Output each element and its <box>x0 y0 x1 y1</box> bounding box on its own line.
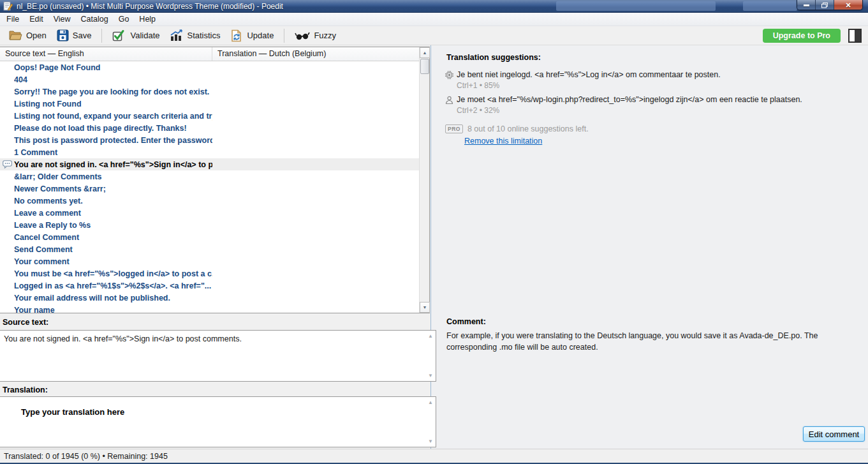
list-item[interactable]: You must be <a href="%s">logged in</a> t… <box>0 267 419 280</box>
column-header-translation[interactable]: Translation — Dutch (Belgium) <box>212 47 419 61</box>
upgrade-to-pro-button[interactable]: Upgrade to Pro <box>763 29 841 43</box>
restore-button[interactable] <box>816 0 834 10</box>
update-refresh-icon <box>230 29 243 42</box>
scroll-up-icon[interactable]: ▲ <box>420 47 430 58</box>
fuzzy-button[interactable]: Fuzzy <box>290 29 341 43</box>
toolbar-separator <box>284 29 284 43</box>
source-text-cell: Your comment <box>14 257 212 266</box>
sidebar-toggle-icon[interactable] <box>848 29 862 43</box>
list-item[interactable]: Logged in as <a href="%1$s">%2$s</a>. <a… <box>0 280 419 292</box>
machine-translation-icon <box>445 71 453 81</box>
poedit-app-icon <box>3 1 13 11</box>
save-floppy-icon <box>57 29 69 41</box>
statistics-button[interactable]: Statistics <box>165 27 225 43</box>
comment-bubble-icon <box>0 160 14 168</box>
sidebar-panel: Translation suggestions: Je bent niet in… <box>431 45 868 449</box>
statistics-chart-icon <box>170 29 183 41</box>
list-item[interactable]: Your name <box>0 304 419 313</box>
list-item[interactable]: Leave a comment <box>0 207 419 219</box>
source-text-value: You are not signed in. <a href="%s">Sign… <box>0 331 436 343</box>
list-item[interactable]: &larr; Older Comments <box>0 170 419 183</box>
remove-limitation-link[interactable]: Remove this limitation <box>464 137 542 146</box>
open-folder-icon <box>9 29 22 41</box>
translation-placeholder: Type your translation here <box>0 397 436 417</box>
list-item[interactable]: Oops! Page Not Found <box>0 61 419 73</box>
suggestion-text: Je moet <a href="%s/wp-login.php?redirec… <box>457 95 860 104</box>
suggestions-title: Translation suggestions: <box>446 53 541 62</box>
translation-input[interactable]: Type your translation here ▲ ▼ <box>0 396 436 447</box>
scrollbar-thumb[interactable] <box>420 59 429 74</box>
translation-label: Translation: <box>3 385 48 394</box>
save-button[interactable]: Save <box>52 27 97 43</box>
edit-comment-button[interactable]: Edit comment <box>803 426 865 442</box>
menu-edit[interactable]: Edit <box>24 13 48 25</box>
source-text-cell: You are not signed in. <a href="%s">Sign… <box>14 160 212 169</box>
window-title: nl_BE.po (unsaved) • Mist Multi Purpose … <box>17 2 283 11</box>
list-item[interactable]: Send Comment <box>0 243 419 255</box>
background-window-artifact <box>556 1 716 11</box>
source-text-cell: This post is password protected. Enter t… <box>14 136 212 145</box>
pro-limit-row: PRO 8 out of 10 online suggestions left. <box>445 124 589 133</box>
validate-check-icon <box>112 29 126 42</box>
menu-view[interactable]: View <box>48 13 76 25</box>
menu-file[interactable]: File <box>1 13 24 25</box>
source-text-box[interactable]: You are not signed in. <a href="%s">Sign… <box>0 330 436 382</box>
scroll-up-icon[interactable]: ▲ <box>428 333 433 339</box>
open-button[interactable]: Open <box>4 27 52 43</box>
validate-button[interactable]: Validate <box>107 27 165 44</box>
menu-catalog[interactable]: Catalog <box>76 13 114 25</box>
list-item[interactable]: Cancel Comment <box>0 231 419 243</box>
title-bar: nl_BE.po (unsaved) • Mist Multi Purpose … <box>0 0 868 13</box>
list-item[interactable]: No comments yet. <box>0 195 419 207</box>
source-text-cell: You must be <a href="%s">logged in</a> t… <box>14 269 212 278</box>
restore-icon <box>821 3 828 8</box>
tool-bar: Open Save Validate Statistics <box>0 26 868 45</box>
suggestion-item[interactable]: Je moet <a href="%s/wp-login.php?redirec… <box>445 95 860 115</box>
list-item[interactable]: Sorry!! The page you are looking for doe… <box>0 86 419 98</box>
window-controls: ✕ <box>797 0 863 10</box>
source-text-cell: Leave a comment <box>14 209 212 218</box>
list-item[interactable]: You are not signed in. <a href="%s">Sign… <box>0 158 419 170</box>
list-item[interactable]: Leave a Reply to %s <box>0 219 419 231</box>
status-bar: Translated: 0 of 1945 (0 %) • Remaining:… <box>0 449 868 463</box>
list-item[interactable]: Please do not load this page directly. T… <box>0 122 419 134</box>
fuzzy-glasses-icon <box>295 31 310 41</box>
menu-help[interactable]: Help <box>134 13 161 25</box>
source-text-cell: Leave a Reply to %s <box>14 221 212 230</box>
suggestion-text: Je bent niet ingelogd. <a href="%s">Log … <box>457 70 860 79</box>
list-item[interactable]: Listing not found, expand your search cr… <box>0 110 419 122</box>
source-text-cell: Newer Comments &rarr; <box>14 184 212 193</box>
list-item[interactable]: This post is password protected. Enter t… <box>0 134 419 146</box>
status-text: Translated: 0 of 1945 (0 %) • Remaining:… <box>4 452 168 461</box>
scroll-up-icon[interactable]: ▲ <box>428 400 433 405</box>
list-header: Source text — English Translation — Dutc… <box>0 47 419 61</box>
list-scrollbar[interactable]: ▲ ▼ <box>419 47 429 313</box>
comment-text: For example, if you were translating to … <box>446 330 862 353</box>
suggestion-item[interactable]: Je bent niet ingelogd. <a href="%s">Log … <box>445 70 860 90</box>
list-item[interactable]: Your email address will not be published… <box>0 292 419 304</box>
scroll-down-icon[interactable]: ▼ <box>428 438 433 444</box>
source-text-cell: Sorry!! The page you are looking for doe… <box>14 87 212 96</box>
background-window-artifact <box>743 1 797 11</box>
menu-go[interactable]: Go <box>114 13 135 25</box>
column-header-source[interactable]: Source text — English <box>0 47 212 61</box>
source-text-cell: Logged in as <a href="%1$s">%2$s</a>. <a… <box>14 281 212 290</box>
list-item[interactable]: 1 Comment <box>0 146 419 158</box>
close-button[interactable]: ✕ <box>834 0 862 10</box>
source-text-cell: Your email address will not be published… <box>14 294 212 303</box>
list-item[interactable]: 404 <box>0 73 419 86</box>
scroll-down-icon[interactable]: ▼ <box>428 373 433 378</box>
source-text-cell: Send Comment <box>14 245 212 254</box>
source-text-cell: 404 <box>14 75 212 84</box>
suggestions-limit-text: 8 out of 10 online suggestions left. <box>467 124 589 133</box>
list-item[interactable]: Listing not Found <box>0 98 419 110</box>
entry-list: Oops! Page Not Found404Sorry!! The page … <box>0 61 419 313</box>
minimize-button[interactable] <box>797 0 816 10</box>
scroll-down-icon[interactable]: ▼ <box>420 302 430 313</box>
list-item[interactable]: Your comment <box>0 255 419 267</box>
list-item[interactable]: Newer Comments &rarr; <box>0 183 419 195</box>
suggestion-shortcut: Ctrl+2 • 32% <box>457 106 860 115</box>
source-text-cell: No comments yet. <box>14 197 212 206</box>
update-button[interactable]: Update <box>225 27 279 44</box>
close-icon: ✕ <box>845 2 851 9</box>
